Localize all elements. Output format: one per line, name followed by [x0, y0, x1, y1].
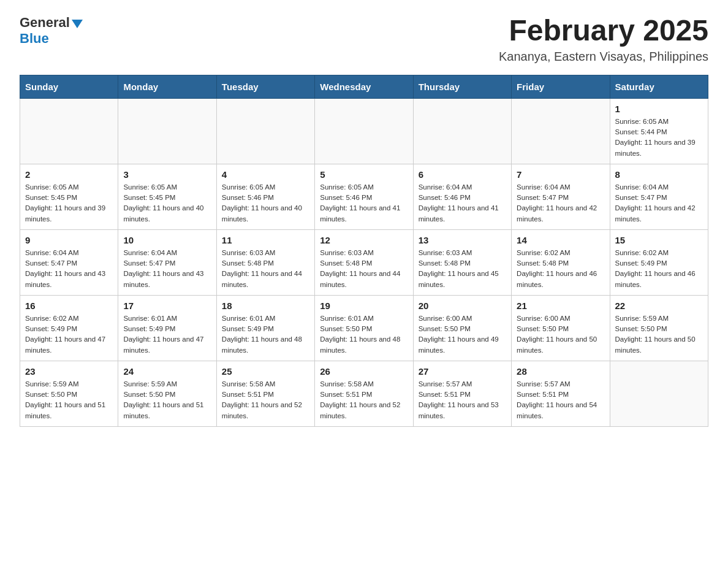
day-info: Sunrise: 6:03 AM Sunset: 5:48 PM Dayligh…	[222, 248, 309, 290]
calendar-week-3: 9Sunrise: 6:04 AM Sunset: 5:47 PM Daylig…	[20, 229, 708, 295]
day-info: Sunrise: 6:04 AM Sunset: 5:47 PM Dayligh…	[123, 248, 211, 290]
day-info: Sunrise: 6:02 AM Sunset: 5:48 PM Dayligh…	[517, 248, 604, 290]
day-info: Sunrise: 6:04 AM Sunset: 5:47 PM Dayligh…	[615, 182, 703, 224]
calendar-cell: 23Sunrise: 5:59 AM Sunset: 5:50 PM Dayli…	[20, 361, 118, 426]
calendar-week-4: 16Sunrise: 6:02 AM Sunset: 5:49 PM Dayli…	[20, 295, 708, 361]
day-number: 19	[320, 301, 408, 311]
calendar-cell	[20, 98, 118, 164]
logo-general-text: General	[20, 15, 70, 31]
calendar-cell: 19Sunrise: 6:01 AM Sunset: 5:50 PM Dayli…	[315, 295, 413, 361]
calendar-table: SundayMondayTuesdayWednesdayThursdayFrid…	[20, 75, 708, 427]
day-info: Sunrise: 6:00 AM Sunset: 5:50 PM Dayligh…	[517, 313, 604, 356]
day-info: Sunrise: 5:58 AM Sunset: 5:51 PM Dayligh…	[222, 379, 309, 421]
calendar-cell	[216, 98, 314, 164]
day-info: Sunrise: 6:01 AM Sunset: 5:50 PM Dayligh…	[320, 313, 408, 356]
calendar-cell: 9Sunrise: 6:04 AM Sunset: 5:47 PM Daylig…	[20, 229, 118, 295]
calendar-cell: 15Sunrise: 6:02 AM Sunset: 5:49 PM Dayli…	[610, 229, 708, 295]
day-number: 3	[123, 169, 211, 180]
calendar-cell	[315, 98, 413, 164]
day-number: 27	[419, 366, 506, 377]
day-info: Sunrise: 6:01 AM Sunset: 5:49 PM Dayligh…	[222, 313, 309, 356]
page-title: February 2025	[499, 15, 708, 47]
day-number: 17	[123, 301, 211, 311]
day-number: 7	[517, 169, 604, 180]
calendar-cell: 1Sunrise: 6:05 AM Sunset: 5:44 PM Daylig…	[610, 98, 708, 164]
column-header-friday: Friday	[512, 75, 610, 98]
column-header-monday: Monday	[118, 75, 216, 98]
calendar-cell: 8Sunrise: 6:04 AM Sunset: 5:47 PM Daylig…	[610, 164, 708, 229]
calendar-cell: 13Sunrise: 6:03 AM Sunset: 5:48 PM Dayli…	[413, 229, 511, 295]
day-number: 25	[222, 366, 309, 377]
day-number: 9	[25, 235, 113, 245]
day-number: 2	[25, 169, 113, 180]
day-info: Sunrise: 6:00 AM Sunset: 5:50 PM Dayligh…	[419, 313, 506, 356]
day-number: 10	[123, 235, 211, 245]
column-header-tuesday: Tuesday	[216, 75, 314, 98]
calendar-cell	[118, 98, 216, 164]
logo: General Blue	[20, 15, 83, 47]
day-number: 6	[419, 169, 506, 180]
calendar-week-2: 2Sunrise: 6:05 AM Sunset: 5:45 PM Daylig…	[20, 164, 708, 229]
day-info: Sunrise: 5:59 AM Sunset: 5:50 PM Dayligh…	[25, 379, 113, 421]
day-info: Sunrise: 6:04 AM Sunset: 5:47 PM Dayligh…	[25, 248, 113, 290]
calendar-cell: 12Sunrise: 6:03 AM Sunset: 5:48 PM Dayli…	[315, 229, 413, 295]
day-info: Sunrise: 5:59 AM Sunset: 5:50 PM Dayligh…	[123, 379, 211, 421]
day-info: Sunrise: 6:05 AM Sunset: 5:45 PM Dayligh…	[123, 182, 211, 224]
calendar-cell: 25Sunrise: 5:58 AM Sunset: 5:51 PM Dayli…	[216, 361, 314, 426]
day-info: Sunrise: 6:05 AM Sunset: 5:45 PM Dayligh…	[25, 182, 113, 224]
day-number: 4	[222, 169, 309, 180]
calendar-week-5: 23Sunrise: 5:59 AM Sunset: 5:50 PM Dayli…	[20, 361, 708, 426]
day-number: 8	[615, 169, 703, 180]
day-number: 22	[615, 301, 703, 311]
day-info: Sunrise: 5:59 AM Sunset: 5:50 PM Dayligh…	[615, 313, 703, 356]
day-number: 1	[615, 104, 703, 114]
day-info: Sunrise: 6:04 AM Sunset: 5:47 PM Dayligh…	[517, 182, 604, 224]
day-info: Sunrise: 6:05 AM Sunset: 5:44 PM Dayligh…	[615, 117, 703, 159]
day-number: 23	[25, 366, 113, 377]
day-info: Sunrise: 5:57 AM Sunset: 5:51 PM Dayligh…	[517, 379, 604, 421]
title-block: February 2025 Kananya, Eastern Visayas, …	[499, 15, 708, 64]
calendar-week-1: 1Sunrise: 6:05 AM Sunset: 5:44 PM Daylig…	[20, 98, 708, 164]
calendar-header-row: SundayMondayTuesdayWednesdayThursdayFrid…	[20, 75, 708, 98]
column-header-thursday: Thursday	[413, 75, 511, 98]
column-header-wednesday: Wednesday	[315, 75, 413, 98]
column-header-sunday: Sunday	[20, 75, 118, 98]
day-number: 28	[517, 366, 604, 377]
day-number: 14	[517, 235, 604, 245]
calendar-cell	[512, 98, 610, 164]
calendar-cell	[610, 361, 708, 426]
day-number: 16	[25, 301, 113, 311]
calendar-cell: 20Sunrise: 6:00 AM Sunset: 5:50 PM Dayli…	[413, 295, 511, 361]
calendar-cell: 2Sunrise: 6:05 AM Sunset: 5:45 PM Daylig…	[20, 164, 118, 229]
calendar-cell: 26Sunrise: 5:58 AM Sunset: 5:51 PM Dayli…	[315, 361, 413, 426]
calendar-cell: 14Sunrise: 6:02 AM Sunset: 5:48 PM Dayli…	[512, 229, 610, 295]
calendar-cell: 18Sunrise: 6:01 AM Sunset: 5:49 PM Dayli…	[216, 295, 314, 361]
day-number: 5	[320, 169, 408, 180]
day-info: Sunrise: 5:57 AM Sunset: 5:51 PM Dayligh…	[419, 379, 506, 421]
day-number: 18	[222, 301, 309, 311]
calendar-cell: 24Sunrise: 5:59 AM Sunset: 5:50 PM Dayli…	[118, 361, 216, 426]
calendar-cell: 16Sunrise: 6:02 AM Sunset: 5:49 PM Dayli…	[20, 295, 118, 361]
calendar-cell: 21Sunrise: 6:00 AM Sunset: 5:50 PM Dayli…	[512, 295, 610, 361]
calendar-cell: 28Sunrise: 5:57 AM Sunset: 5:51 PM Dayli…	[512, 361, 610, 426]
calendar-cell: 3Sunrise: 6:05 AM Sunset: 5:45 PM Daylig…	[118, 164, 216, 229]
day-info: Sunrise: 6:04 AM Sunset: 5:46 PM Dayligh…	[419, 182, 506, 224]
day-number: 24	[123, 366, 211, 377]
calendar-cell: 22Sunrise: 5:59 AM Sunset: 5:50 PM Dayli…	[610, 295, 708, 361]
logo-arrow-icon	[72, 20, 83, 28]
calendar-cell	[413, 98, 511, 164]
day-info: Sunrise: 6:05 AM Sunset: 5:46 PM Dayligh…	[222, 182, 309, 224]
logo-blue-text: Blue	[20, 31, 49, 47]
day-number: 12	[320, 235, 408, 245]
calendar-cell: 6Sunrise: 6:04 AM Sunset: 5:46 PM Daylig…	[413, 164, 511, 229]
calendar-cell: 7Sunrise: 6:04 AM Sunset: 5:47 PM Daylig…	[512, 164, 610, 229]
day-number: 11	[222, 235, 309, 245]
day-number: 13	[419, 235, 506, 245]
calendar-cell: 10Sunrise: 6:04 AM Sunset: 5:47 PM Dayli…	[118, 229, 216, 295]
day-number: 15	[615, 235, 703, 245]
day-info: Sunrise: 6:01 AM Sunset: 5:49 PM Dayligh…	[123, 313, 211, 356]
page-subtitle: Kananya, Eastern Visayas, Philippines	[499, 50, 708, 64]
calendar-cell: 27Sunrise: 5:57 AM Sunset: 5:51 PM Dayli…	[413, 361, 511, 426]
day-info: Sunrise: 6:02 AM Sunset: 5:49 PM Dayligh…	[25, 313, 113, 356]
day-info: Sunrise: 6:05 AM Sunset: 5:46 PM Dayligh…	[320, 182, 408, 224]
